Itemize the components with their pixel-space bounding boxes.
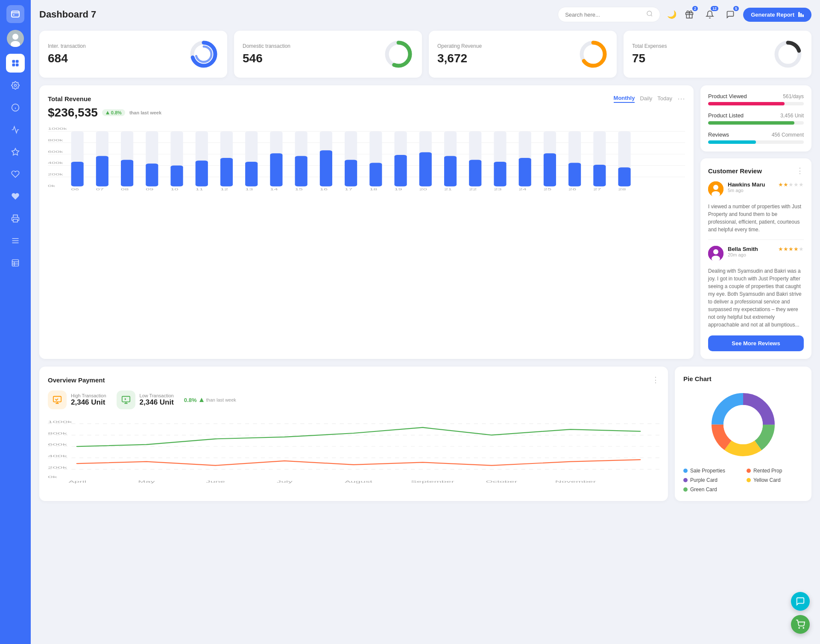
svg-rect-91 bbox=[568, 163, 581, 186]
sidebar-item-settings[interactable] bbox=[6, 76, 25, 95]
bottom-row: Overview Payment ⋮ High Transaction 2,34… bbox=[39, 367, 811, 501]
page-title: Dashboard 7 bbox=[39, 9, 551, 20]
high-transaction: High Transaction 2,346 Unit bbox=[48, 390, 106, 409]
payment-note: than last week bbox=[206, 397, 236, 402]
revenue-card-header: Total Revenue Monthly Daily Today ⋯ bbox=[48, 94, 685, 103]
sidebar-item-print[interactable] bbox=[6, 209, 25, 228]
svg-text:27: 27 bbox=[593, 187, 601, 191]
svg-text:25: 25 bbox=[544, 187, 551, 191]
svg-rect-83 bbox=[469, 160, 481, 186]
legend-dot-purple bbox=[683, 478, 688, 482]
low-transaction: Low Transaction 2,346 Unit bbox=[117, 390, 174, 409]
svg-rect-18 bbox=[12, 260, 19, 266]
stat-cards: Inter. transaction 684 Domestic transact… bbox=[39, 31, 811, 78]
legend-dot-yellow bbox=[747, 478, 751, 482]
bar-chart: 1000k 800k 600k 400k 200k 0k bbox=[48, 124, 685, 192]
svg-text:09: 09 bbox=[146, 187, 153, 191]
fab-cart-button[interactable] bbox=[791, 615, 810, 634]
stat-card-domestic: Domestic transaction 546 bbox=[234, 31, 422, 78]
sidebar-item-menu[interactable] bbox=[6, 231, 25, 250]
line-chart: 1000k 800k 600k 400k 200k 0k April May J… bbox=[48, 416, 659, 484]
stat-card-expenses: Total Expenses 75 bbox=[624, 31, 811, 78]
review-more-button[interactable]: ⋮ bbox=[796, 166, 804, 175]
legend-dot-sale bbox=[683, 469, 688, 473]
search-box[interactable] bbox=[558, 7, 660, 22]
svg-text:0k: 0k bbox=[48, 475, 57, 479]
svg-rect-95 bbox=[618, 167, 631, 186]
sidebar-item-dashboard[interactable] bbox=[6, 54, 25, 73]
svg-rect-27 bbox=[800, 13, 802, 17]
chat-button[interactable]: 5 bbox=[723, 7, 738, 22]
svg-text:15: 15 bbox=[295, 187, 303, 191]
fab-support-button[interactable] bbox=[791, 592, 810, 611]
gift-button[interactable]: 2 bbox=[682, 7, 697, 22]
sidebar-item-star[interactable] bbox=[6, 143, 25, 161]
legend-purple: Purple Card bbox=[683, 477, 740, 483]
svg-text:17: 17 bbox=[345, 187, 352, 191]
stars-2: ★★★★★ bbox=[778, 246, 804, 252]
svg-rect-53 bbox=[96, 156, 108, 186]
svg-point-22 bbox=[647, 11, 652, 16]
legend-dot-green bbox=[683, 487, 688, 492]
svg-text:06: 06 bbox=[71, 187, 79, 191]
bell-badge: 12 bbox=[711, 6, 718, 11]
svg-text:10: 10 bbox=[170, 187, 178, 191]
high-transaction-icon bbox=[48, 390, 67, 409]
svg-text:June: June bbox=[206, 479, 225, 483]
svg-text:07: 07 bbox=[96, 187, 104, 191]
svg-rect-77 bbox=[395, 155, 407, 186]
right-panel: Product Viewed 561/days Product Listed 3… bbox=[700, 85, 811, 359]
reviewer-2: Bella Smith ★★★★★ 20m ago bbox=[708, 246, 804, 261]
svg-text:18: 18 bbox=[369, 187, 377, 191]
svg-text:12: 12 bbox=[220, 187, 228, 191]
stat-value: 546 bbox=[243, 52, 290, 65]
review-text-1: I viewed a number of properties with Jus… bbox=[708, 203, 804, 233]
tab-daily[interactable]: Daily bbox=[640, 95, 652, 102]
gift-badge: 2 bbox=[692, 6, 698, 11]
reviewer-avatar-2 bbox=[708, 246, 723, 261]
svg-rect-28 bbox=[802, 15, 804, 17]
svg-rect-0 bbox=[12, 11, 19, 17]
svg-rect-61 bbox=[196, 160, 208, 186]
sidebar-item-analytics[interactable] bbox=[6, 120, 25, 139]
header: Dashboard 7 🌙 2 12 5 Generate Report bbox=[39, 7, 811, 22]
svg-rect-57 bbox=[146, 163, 158, 186]
sidebar-item-heart[interactable] bbox=[6, 165, 25, 184]
review-card: Customer Review ⋮ Hawkins Maru ★★★★★ 5m … bbox=[700, 158, 811, 359]
revenue-amount-row: $236,535 0.8% than last week bbox=[48, 106, 685, 119]
svg-text:800k: 800k bbox=[48, 431, 67, 435]
legend-rented: Rented Prop bbox=[747, 468, 803, 474]
fab-group bbox=[791, 592, 810, 634]
svg-point-3 bbox=[12, 34, 18, 40]
revenue-more-button[interactable]: ⋯ bbox=[677, 94, 685, 103]
svg-text:600k: 600k bbox=[48, 149, 63, 153]
svg-text:16: 16 bbox=[320, 187, 328, 191]
svg-rect-7 bbox=[12, 64, 15, 67]
svg-point-154 bbox=[803, 627, 804, 628]
sidebar-item-list[interactable] bbox=[6, 254, 25, 272]
payment-more-button[interactable]: ⋮ bbox=[652, 375, 659, 385]
payment-title: Overview Payment bbox=[48, 376, 105, 384]
svg-marker-13 bbox=[12, 149, 19, 155]
sidebar-item-info[interactable] bbox=[6, 98, 25, 117]
tab-today[interactable]: Today bbox=[657, 95, 672, 102]
pie-title: Pie Chart bbox=[683, 375, 803, 382]
svg-point-31 bbox=[196, 47, 211, 62]
svg-rect-69 bbox=[295, 156, 308, 186]
darkmode-icon[interactable]: 🌙 bbox=[667, 10, 676, 19]
stars-1: ★★★★★ bbox=[778, 181, 804, 188]
search-input[interactable] bbox=[565, 12, 643, 18]
generate-report-button[interactable]: Generate Report bbox=[743, 8, 811, 22]
metric-value: 456 Comment bbox=[772, 132, 804, 138]
svg-text:23: 23 bbox=[494, 187, 501, 191]
svg-rect-89 bbox=[544, 153, 556, 186]
tab-monthly[interactable]: Monthly bbox=[614, 95, 635, 103]
payment-change: 0.8% than last week bbox=[184, 390, 236, 409]
bell-button[interactable]: 12 bbox=[702, 7, 718, 22]
sidebar-item-heart2[interactable] bbox=[6, 187, 25, 206]
total-revenue-card: Total Revenue Monthly Daily Today ⋯ $236… bbox=[39, 85, 694, 359]
avatar[interactable] bbox=[7, 30, 24, 47]
see-more-reviews-button[interactable]: See More Reviews bbox=[708, 335, 804, 351]
stat-info: Operating Revenue 3,672 bbox=[437, 43, 482, 65]
svg-rect-51 bbox=[71, 162, 84, 186]
